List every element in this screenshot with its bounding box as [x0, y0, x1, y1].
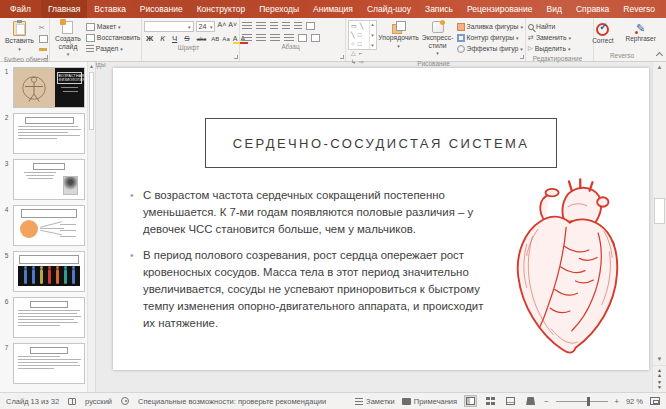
slide-thumbnail-3[interactable] — [13, 159, 85, 200]
tab-file[interactable]: Файл — [0, 0, 41, 18]
shape-outline-button[interactable]: Контур фигуры ▾ — [457, 32, 523, 43]
tab-reverso[interactable]: Reverso — [616, 0, 662, 18]
numbering-button[interactable] — [256, 22, 266, 30]
fit-to-window-icon[interactable] — [650, 397, 660, 405]
replace-button[interactable]: ⇄ Заменить ▾ — [528, 32, 591, 43]
shapes-gallery[interactable]: ▭╲╲□○□ △⌐↳⇨◇◠ ✎∿{}☆ ▲ ▼ ▼ — [348, 20, 377, 50]
dialog-launcher-icon[interactable] — [520, 55, 524, 59]
decrease-font-icon[interactable]: A˅ — [228, 21, 237, 32]
tab-help[interactable]: Справка — [569, 0, 616, 18]
bullets-button[interactable] — [242, 22, 252, 30]
slide-thumbnail-5[interactable] — [13, 251, 85, 292]
scrollbar-thumb[interactable] — [654, 198, 665, 224]
columns-button[interactable] — [298, 34, 307, 42]
gallery-down-icon[interactable]: ▼ — [370, 33, 374, 38]
char-spacing-button[interactable]: АВ — [211, 36, 219, 42]
copy-button[interactable] — [39, 33, 48, 44]
tab-slideshow[interactable]: Слайд-шоу — [360, 0, 418, 18]
reset-button[interactable]: Восстановить — [86, 32, 141, 43]
align-right-button[interactable] — [270, 34, 280, 42]
font-size-combobox[interactable]: 24▾ — [196, 21, 216, 32]
slide-thumbnail-6[interactable] — [13, 297, 85, 338]
scroll-up-icon[interactable]: ▲ — [653, 62, 666, 73]
tab-animations[interactable]: Анимация — [306, 0, 360, 18]
justify-button[interactable] — [284, 34, 294, 42]
gallery-up-icon[interactable]: ▲ — [370, 22, 374, 27]
slide-thumbnail-2[interactable] — [13, 113, 85, 154]
underline-button[interactable]: Ч — [170, 34, 179, 43]
heart-image[interactable] — [506, 178, 647, 367]
previous-slide-button[interactable]: ▲▲ — [657, 368, 662, 378]
shape-icon[interactable]: ⌐ — [359, 49, 363, 57]
shape-icon[interactable]: ▭ — [351, 22, 357, 30]
normal-view-button[interactable] — [464, 395, 477, 407]
text-direction-button[interactable] — [306, 22, 315, 30]
scroll-up-icon[interactable]: ▲ — [88, 62, 95, 71]
shape-icon[interactable]: ○ — [351, 40, 355, 48]
reverso-rephraser-button[interactable]: ✎ Rephraser — [622, 22, 658, 44]
reading-view-button[interactable] — [504, 395, 517, 407]
slideshow-view-button[interactable] — [524, 395, 537, 407]
increase-indent-button[interactable] — [282, 22, 290, 30]
vertical-scrollbar[interactable]: ▲ ▼ ▲▲ ▼▼ — [652, 62, 666, 392]
layout-button[interactable]: Макет ▾ — [86, 21, 141, 32]
change-case-button[interactable]: Аа — [222, 36, 229, 42]
shape-icon[interactable]: ╲ — [351, 31, 355, 39]
select-button[interactable]: ▷ Выделить ▾ — [528, 43, 591, 54]
gallery-more-icon[interactable]: ▼ — [370, 43, 374, 48]
tab-draw[interactable]: Рисование — [133, 0, 190, 18]
shape-icon[interactable]: ╲ — [360, 22, 364, 30]
tab-transitions[interactable]: Переходы — [252, 0, 306, 18]
shape-fill-button[interactable]: Заливка фигуры ▾ — [457, 21, 523, 32]
reverso-correct-button[interactable]: Correct — [589, 22, 616, 46]
paste-button[interactable]: Вставить ▾ — [2, 20, 37, 54]
scroll-down-icon[interactable]: ▼ — [653, 354, 666, 365]
tab-record[interactable]: Запись — [418, 0, 460, 18]
collapse-ribbon-icon[interactable] — [656, 52, 663, 59]
dialog-launcher-icon[interactable] — [340, 55, 344, 59]
shapes-gallery-scroll[interactable]: ▲ ▼ ▼ — [369, 21, 376, 49]
align-center-button[interactable] — [256, 34, 266, 42]
slide-body-placeholder[interactable]: С возрастом частота сердечных сокращений… — [130, 187, 490, 341]
comments-button[interactable]: Примечания — [402, 397, 457, 406]
find-button[interactable]: Найти — [528, 21, 591, 32]
slide-editor[interactable]: СЕРДЕЧНО-СОСУДИСТАЯ СИСТЕМА С возрастом … — [113, 68, 649, 370]
align-left-button[interactable] — [242, 34, 252, 42]
cut-button[interactable]: ✂ — [39, 22, 48, 33]
section-button[interactable]: Раздел ▾ — [86, 43, 141, 54]
next-slide-button[interactable]: ▼▼ — [657, 380, 662, 390]
language-indicator[interactable]: русский — [85, 397, 112, 406]
tab-home[interactable]: Главная — [41, 0, 87, 18]
zoom-slider[interactable] — [556, 401, 608, 402]
shadow-button[interactable]: abc — [195, 36, 209, 42]
format-painter-button[interactable] — [39, 44, 48, 55]
highlight-color-button[interactable]: A — [233, 35, 238, 43]
zoom-in-button[interactable]: + — [615, 397, 619, 406]
strikethrough-button[interactable]: S — [182, 34, 191, 43]
italic-button[interactable]: К — [158, 34, 167, 43]
arrange-button[interactable]: Упорядочить ▾ — [379, 20, 419, 51]
notes-button[interactable]: Заметки — [355, 397, 395, 406]
tab-insert[interactable]: Вставка — [87, 0, 133, 18]
accessibility-status[interactable]: Специальные возможности: проверьте реком… — [138, 397, 326, 406]
zoom-level[interactable]: 92 % — [626, 397, 643, 406]
smartart-convert-button[interactable] — [311, 34, 320, 42]
slide-thumbnail-7[interactable] — [13, 343, 85, 384]
dialog-launcher-icon[interactable] — [44, 55, 48, 59]
zoom-out-button[interactable]: − — [544, 397, 548, 406]
slide-title-placeholder[interactable]: СЕРДЕЧНО-СОСУДИСТАЯ СИСТЕМА — [205, 118, 557, 168]
shape-icon[interactable]: □ — [358, 31, 362, 39]
slide-thumbnail-4[interactable] — [13, 205, 85, 246]
scrollbar-thumb[interactable] — [89, 72, 94, 130]
line-spacing-button[interactable] — [294, 22, 302, 30]
scrollbar-track[interactable] — [653, 73, 666, 354]
quick-styles-button[interactable]: Экспресс-стили ▾ — [421, 20, 455, 59]
new-slide-button[interactable]: Создать слайд ▾ — [52, 20, 84, 60]
slide-sorter-view-button[interactable] — [484, 395, 497, 407]
spellcheck-icon[interactable] — [68, 398, 76, 405]
tab-design[interactable]: Конструктор — [190, 0, 252, 18]
shape-icon[interactable]: □ — [358, 40, 362, 48]
slide-thumbnail-1[interactable]: ВОЗРАСТНАЯ ФИЗИОЛОГИЯ — [13, 67, 85, 108]
increase-font-icon[interactable]: A˄ — [217, 21, 226, 32]
tab-view[interactable]: Вид — [540, 0, 569, 18]
